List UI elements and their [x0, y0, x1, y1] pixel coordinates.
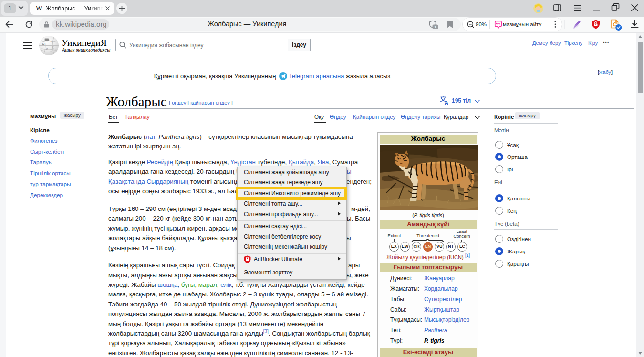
svg-text:文: 文 — [52, 46, 54, 49]
svg-text:A: A — [445, 100, 449, 106]
svg-text:Ω: Ω — [42, 42, 45, 45]
svg-text:1: 1 — [434, 25, 436, 29]
svg-text:W: W — [51, 40, 53, 43]
